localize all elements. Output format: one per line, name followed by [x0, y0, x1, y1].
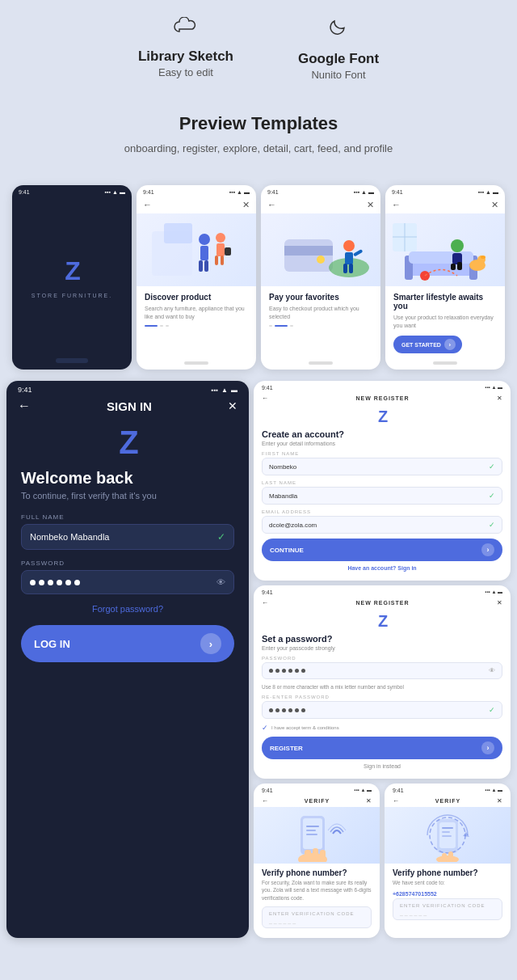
- terms-checkbox-row: ✓ I have accept term & conditions: [262, 724, 502, 732]
- email-check: ✓: [489, 521, 495, 529]
- moon-icon: [327, 16, 350, 44]
- verify1-nav: ← VERIFY ✕: [254, 795, 380, 807]
- login-label: LOG IN: [34, 638, 70, 650]
- preview-section: Preview Templates onboarding, register, …: [0, 105, 517, 174]
- svg-rect-12: [284, 246, 333, 256]
- password-input-box[interactable]: 👁: [21, 570, 234, 594]
- svg-rect-10: [225, 247, 231, 256]
- register-close-icon[interactable]: ✕: [497, 395, 502, 402]
- register-arrow: ›: [481, 741, 494, 754]
- setpwd-close-icon[interactable]: ✕: [497, 599, 502, 606]
- setpwd-sub: Enter your passcode strongly: [254, 645, 511, 651]
- pwd-group: PASSWORD 👁: [262, 656, 502, 679]
- register-button[interactable]: REGISTER ›: [262, 737, 502, 759]
- signin-close-icon[interactable]: ✕: [228, 399, 237, 412]
- verify2-back[interactable]: ←: [393, 797, 399, 805]
- dot2-inactive-1: [269, 325, 272, 327]
- icons2: ▪▪▪ ▲ ▬: [354, 189, 374, 195]
- close-icon-3[interactable]: ✕: [491, 200, 498, 210]
- svg-rect-3: [200, 246, 208, 260]
- onboarding-phones-row: 9:41 ▪▪▪ ▲ ▬ Z STORE FURNITURE. 9:41 ▪▪▪…: [0, 174, 517, 382]
- verify2-phone-number: +6285747015552: [385, 891, 511, 897]
- svg-rect-1: [164, 223, 192, 243]
- onboarding-card-1: 9:41 ▪▪▪ ▲ ▬ ← ✕: [137, 185, 256, 370]
- verify1-input[interactable]: ENTER VERIFICATION CODE _ _ _ _ _ _: [262, 906, 372, 928]
- signin-time: 9:41: [18, 386, 32, 394]
- lastname-input[interactable]: Mabandla ✓: [262, 487, 502, 505]
- fullname-input-box[interactable]: Nombeko Mabandla ✓: [21, 524, 234, 550]
- onboard1-heading: Discover product: [145, 293, 248, 302]
- forgot-password-link[interactable]: Forgot password?: [6, 604, 249, 614]
- google-font-feature: Google Font Nunito Font: [298, 16, 379, 81]
- password-label: PASSWORD: [21, 560, 234, 567]
- splash-logo: Z: [65, 256, 79, 286]
- verify2-input[interactable]: ENTER VERIFICATION CODE _ _ _ _ _ _: [393, 898, 502, 920]
- svg-point-30: [481, 256, 485, 259]
- alt-link[interactable]: Sign in instead: [254, 763, 511, 769]
- signin-link[interactable]: Sign in: [397, 565, 416, 571]
- back-icon[interactable]: ←: [143, 200, 152, 210]
- dot2-active: [275, 325, 288, 327]
- library-sketch-title: Library Sketch: [138, 49, 233, 65]
- fullname-check-icon: ✓: [217, 531, 225, 543]
- setpwd-header: NEW REGISTER: [355, 600, 409, 606]
- email-input[interactable]: dcole@zola.com ✓: [262, 516, 502, 534]
- status-time: 9:41: [19, 189, 30, 195]
- splash-content: Z STORE FURNITURE.: [12, 196, 132, 359]
- verify2-sub: We have sent code to:: [385, 879, 511, 886]
- onboard3-desc: Use your product to relaxation everyday …: [393, 314, 497, 330]
- svg-rect-48: [442, 853, 447, 861]
- setpwd-nav: ← NEW REGISTER ✕: [254, 597, 511, 609]
- login-arrow-icon: ›: [200, 633, 221, 654]
- verify2-status: 9:41 ▪▪▪ ▲ ▬: [385, 784, 511, 795]
- svg-rect-40: [320, 850, 326, 861]
- pwd-input[interactable]: 👁: [262, 662, 502, 679]
- setpwd-back-icon[interactable]: ←: [262, 599, 268, 606]
- continue-label: CONTINUE: [270, 547, 304, 554]
- login-button[interactable]: LOG IN ›: [21, 625, 234, 662]
- re-pwd-input[interactable]: ✓: [262, 701, 502, 719]
- svg-rect-4: [199, 260, 203, 272]
- svg-rect-52: [442, 835, 452, 837]
- eye-icon[interactable]: 👁: [216, 577, 225, 587]
- verify1-back[interactable]: ←: [262, 797, 268, 805]
- close-icon[interactable]: ✕: [242, 200, 250, 210]
- back-icon-2[interactable]: ←: [267, 200, 276, 210]
- verify1-input-placeholder: _ _ _ _ _ _: [269, 918, 364, 923]
- register-verify-col: 9:41 ▪▪▪ ▲ ▬ ← NEW REGISTER ✕ Z Create a…: [254, 381, 511, 937]
- svg-rect-41: [306, 826, 319, 827]
- svg-point-6: [216, 233, 225, 243]
- signin-nav-bar: ← SIGN IN ✕: [6, 395, 249, 416]
- email-value: dcole@zola.com: [269, 522, 317, 529]
- close-icon-2[interactable]: ✕: [367, 200, 374, 210]
- google-font-sub: Nunito Font: [311, 69, 365, 81]
- verify2-close[interactable]: ✕: [497, 797, 502, 805]
- verify1-heading: Verify phone number?: [254, 864, 380, 879]
- password-dots: [30, 580, 80, 585]
- library-sketch-sub: Easy to edit: [158, 66, 213, 78]
- firstname-input[interactable]: Nombeko ✓: [262, 458, 502, 475]
- svg-rect-38: [305, 850, 311, 862]
- get-started-button[interactable]: GET STARTED ›: [393, 336, 462, 353]
- verify1-close[interactable]: ✕: [366, 797, 372, 805]
- back-icon-3[interactable]: ←: [392, 200, 401, 210]
- email-group: EMAIL ADDRESS dcole@zola.com ✓: [262, 509, 502, 534]
- svg-rect-16: [343, 264, 347, 273]
- register-sub: Enter your detail informations: [254, 441, 511, 446]
- register-back-icon[interactable]: ←: [262, 395, 268, 402]
- svg-rect-39: [313, 848, 318, 861]
- pwd-eye-icon[interactable]: 👁: [489, 667, 495, 674]
- firstname-value: Nombeko: [269, 463, 296, 471]
- home-indicator-3: [433, 361, 457, 365]
- lastname-label: LAST NAME: [262, 480, 502, 485]
- icons1: ▪▪▪ ▲ ▬: [229, 189, 250, 195]
- svg-rect-51: [442, 831, 450, 833]
- firstname-check: ✓: [489, 463, 495, 471]
- register-status-bar: 9:41 ▪▪▪ ▲ ▬: [254, 381, 511, 392]
- signin-link-text[interactable]: Have an account? Sign in: [254, 565, 511, 571]
- onboarding-card-2: 9:41 ▪▪▪ ▲ ▬ ← ✕: [261, 185, 380, 370]
- onboard3-status: 9:41 ▪▪▪ ▲ ▬: [385, 185, 505, 196]
- signin-back-icon[interactable]: ←: [18, 399, 31, 413]
- continue-button[interactable]: CONTINUE ›: [262, 539, 502, 561]
- verify1-time: 9:41: [262, 788, 273, 793]
